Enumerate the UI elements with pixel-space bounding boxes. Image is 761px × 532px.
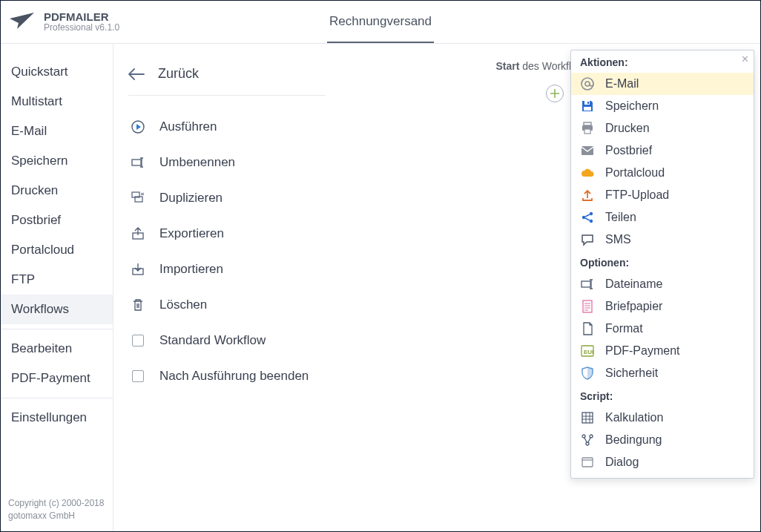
palette-item-label: Speichern [605, 99, 659, 113]
sidebar-item-workflows[interactable]: Workflows [1, 295, 113, 324]
plus-icon [550, 89, 559, 98]
filename-icon [580, 278, 595, 291]
palette-item-label: Bedingung [605, 433, 662, 447]
palette-item-speichern[interactable]: Speichern [571, 95, 754, 117]
palette-item-dateiname[interactable]: Dateiname [571, 273, 754, 295]
palette-item-label: Drucken [605, 122, 650, 135]
checkbox-nach-ausführung-beenden[interactable]: Nach Ausführung beenden [128, 358, 326, 394]
sidebar-item-drucken[interactable]: Drucken [1, 176, 113, 206]
paper-icon [580, 300, 595, 313]
palette-item-kalkulation[interactable]: Kalkulation [571, 407, 754, 429]
checkbox-label: Nach Ausführung beenden [159, 369, 309, 384]
paper-plane-icon [10, 13, 35, 32]
sidebar-item-multistart[interactable]: Multistart [1, 87, 113, 116]
command-label: Umbenennen [159, 155, 235, 170]
sidebar: QuickstartMultistartE-MailSpeichernDruck… [1, 44, 113, 531]
sidebar-item-speichern[interactable]: Speichern [1, 146, 113, 176]
palette-item-label: PDF-Payment [605, 344, 679, 358]
checkbox-standard-workflow[interactable]: Standard Workflow [128, 323, 326, 358]
duplicate-icon [130, 191, 146, 205]
palette-item-teilen[interactable]: Teilen [571, 206, 754, 229]
sidebar-separator [1, 398, 113, 398]
save-icon [580, 99, 595, 113]
palette-item-label: Portalcloud [605, 166, 665, 180]
sidebar-item-e-mail[interactable]: E-Mail [1, 116, 113, 146]
palette-item-ftp-upload[interactable]: FTP-Upload [571, 184, 754, 206]
palette-item-label: FTP-Upload [605, 188, 669, 202]
palette-item-label: Format [605, 322, 643, 335]
commands-divider [128, 95, 326, 96]
palette-item-label: E-Mail [605, 77, 639, 91]
sidebar-item-ftp[interactable]: FTP [1, 265, 113, 295]
command-label: Löschen [159, 298, 207, 312]
sidebar-item-postbrief[interactable]: Postbrief [1, 206, 113, 235]
header: PDFMAILER Professional v6.1.0 Rechnungve… [1, 1, 760, 44]
sidebar-item-bearbeiten[interactable]: Bearbeiten [1, 334, 113, 364]
footer-copyright: Copyright (c) 2000-2018 gotomaxx GmbH [1, 497, 113, 531]
panel-section-header: Aktionen: [571, 50, 754, 73]
mail-icon [580, 144, 595, 157]
palette-item-label: Kalkulation [605, 411, 663, 424]
page-icon [580, 322, 595, 335]
command-trash[interactable]: Löschen [128, 287, 326, 323]
brand-title: PDFMAILER [44, 11, 119, 24]
checkbox-icon [132, 370, 144, 382]
dialog-icon [580, 456, 595, 469]
palette-item-label: SMS [605, 233, 631, 246]
back-label: Zurück [158, 66, 199, 82]
palette-item-sicherheit[interactable]: Sicherheit [571, 362, 754, 384]
branch-icon [580, 433, 595, 447]
palette-item-label: Dateiname [605, 278, 662, 291]
palette-item-sms[interactable]: SMS [571, 229, 754, 251]
brand-subtitle: Professional v6.1.0 [44, 23, 119, 33]
share-icon [580, 211, 595, 224]
import-icon [130, 263, 146, 276]
add-workflow-node-button[interactable] [546, 85, 564, 102]
export-icon [130, 227, 146, 240]
close-icon[interactable]: ✕ [741, 53, 749, 65]
cloud-icon [580, 166, 595, 180]
brand: PDFMAILER Professional v6.1.0 [10, 11, 119, 33]
sidebar-item-portalcloud[interactable]: Portalcloud [1, 235, 113, 265]
palette-item-format[interactable]: Format [571, 318, 754, 340]
palette-item-briefpapier[interactable]: Briefpapier [571, 295, 754, 318]
command-rename[interactable]: Umbenennen [128, 145, 326, 180]
document-name[interactable]: Rechnungversand [329, 14, 432, 29]
back-button[interactable]: Zurück [128, 62, 326, 92]
command-play[interactable]: Ausführen [128, 109, 326, 145]
command-label: Importieren [159, 262, 223, 277]
play-icon [130, 120, 146, 134]
palette-item-dialog[interactable]: Dialog [571, 451, 754, 473]
sidebar-item-pdf-payment[interactable]: PDF-Payment [1, 364, 113, 393]
upload-icon [580, 188, 595, 202]
palette-item-label: Teilen [605, 211, 636, 224]
palette-item-label: Dialog [605, 456, 639, 469]
document-name-underline [327, 42, 434, 43]
trash-icon [130, 298, 146, 312]
app-window: PDFMAILER Professional v6.1.0 Rechnungve… [0, 0, 761, 532]
palette-item-e-mail[interactable]: E-Mail [571, 73, 754, 95]
palette-item-postbrief[interactable]: Postbrief [571, 139, 754, 162]
checkbox-label: Standard Workflow [159, 333, 266, 348]
main: QuickstartMultistartE-MailSpeichernDruck… [1, 44, 760, 531]
sidebar-item-quickstart[interactable]: Quickstart [1, 57, 113, 87]
palette-item-drucken[interactable]: Drucken [571, 117, 754, 139]
arrow-left-icon [128, 68, 145, 80]
chat-icon [580, 233, 595, 246]
palette-item-pdf-payment[interactable]: PDF-Payment [571, 340, 754, 362]
command-label: Duplizieren [159, 191, 223, 206]
command-duplicate[interactable]: Duplizieren [128, 180, 326, 216]
table-icon [580, 411, 595, 424]
command-import[interactable]: Importieren [128, 252, 326, 287]
command-export[interactable]: Exportieren [128, 216, 326, 252]
shield-icon [580, 367, 595, 380]
eur-icon [580, 344, 595, 358]
palette-item-bedingung[interactable]: Bedingung [571, 429, 754, 451]
palette-item-portalcloud[interactable]: Portalcloud [571, 162, 754, 184]
sidebar-separator [1, 329, 113, 329]
command-label: Exportieren [159, 226, 224, 241]
rename-icon [130, 156, 146, 169]
sidebar-item-settings[interactable]: Einstellungen [1, 403, 113, 433]
workflow-commands: Zurück AusführenUmbenennenDuplizierenExp… [113, 44, 336, 531]
command-label: Ausführen [159, 119, 217, 134]
